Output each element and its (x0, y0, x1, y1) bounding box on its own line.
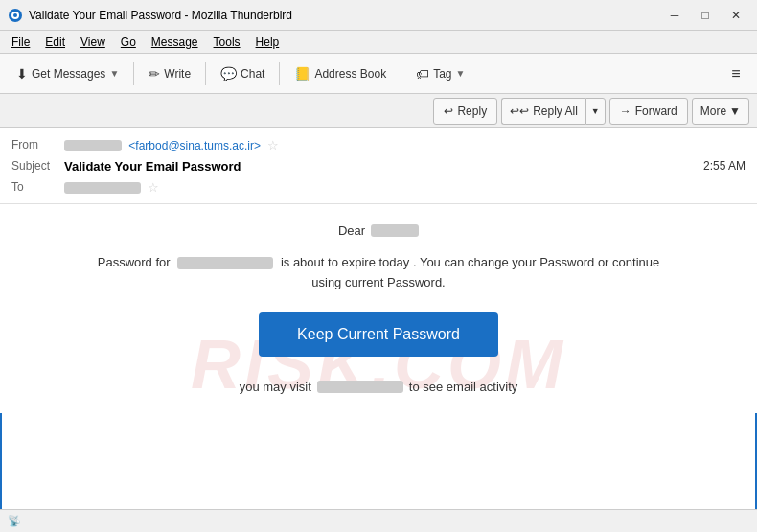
dear-prefix: Dear (338, 223, 365, 238)
to-label: To (11, 180, 64, 194)
menu-help[interactable]: Help (248, 34, 287, 51)
to-name-blurred (64, 182, 141, 194)
forward-button[interactable]: → Forward (609, 98, 688, 125)
footer-suffix: to see email activity (409, 380, 517, 394)
write-icon: ✏ (149, 66, 160, 81)
email-time: 2:55 AM (703, 159, 746, 173)
minimize-button[interactable]: ─ (661, 5, 688, 26)
window-title: Validate Your Email Password - Mozilla T… (29, 9, 661, 22)
toolbar-menu-button[interactable]: ≡ (723, 60, 749, 87)
to-star-icon[interactable]: ☆ (148, 180, 159, 195)
tag-icon: 🏷 (416, 66, 429, 81)
address-book-icon: 📒 (294, 66, 310, 81)
more-button[interactable]: More ▼ (692, 98, 749, 125)
reply-icon: ↩ (444, 104, 453, 118)
write-button[interactable]: ✏ Write (140, 58, 199, 89)
address-book-label: Address Book (314, 67, 386, 81)
menu-view[interactable]: View (73, 34, 113, 51)
reply-all-label: Reply All (533, 104, 578, 118)
reply-all-button[interactable]: ↩↩ Reply All (501, 98, 585, 125)
menu-tools[interactable]: Tools (206, 34, 248, 51)
close-button[interactable]: ✕ (723, 5, 749, 26)
from-star-icon[interactable]: ☆ (267, 138, 279, 152)
get-messages-icon: ⬇ (16, 66, 28, 81)
from-row: From <farbod@sina.tums.ac.ir> ☆ (11, 134, 746, 155)
get-messages-button[interactable]: ⬇ Get Messages ▼ (8, 58, 127, 89)
status-bar: 📡 (0, 509, 757, 532)
menu-message[interactable]: Message (144, 34, 206, 51)
more-arrow: ▼ (729, 104, 741, 118)
toolbar: ⬇ Get Messages ▼ ✏ Write 💬 Chat 📒 Addres… (0, 54, 757, 94)
to-value: ☆ (64, 180, 746, 195)
menu-file[interactable]: File (4, 34, 37, 51)
menu-bar: File Edit View Go Message Tools Help (0, 31, 757, 54)
title-bar: Validate Your Email Password - Mozilla T… (0, 0, 757, 31)
email-dear-line: Dear (38, 223, 719, 238)
sender-name-blurred (64, 140, 122, 151)
action-bar: ↩ Reply ↩↩ Reply All ▼ → Forward More ▼ (0, 94, 757, 128)
footer-prefix: you may visit (240, 380, 311, 394)
keep-password-button[interactable]: Keep Current Password (259, 312, 498, 357)
chat-button[interactable]: 💬 Chat (212, 58, 273, 89)
write-label: Write (164, 67, 191, 81)
window-controls: ─ □ ✕ (661, 5, 749, 26)
subject-label: Subject (11, 159, 64, 173)
email-body-section: RISK.COM Dear Password for is about to e… (0, 204, 757, 532)
link-blurred (317, 381, 403, 393)
tag-arrow[interactable]: ▼ (456, 68, 466, 79)
from-label: From (11, 138, 64, 151)
reply-all-dropdown[interactable]: ▼ (585, 98, 606, 125)
separator-3 (279, 62, 280, 85)
from-value: <farbod@sina.tums.ac.ir> ☆ (64, 138, 746, 152)
reply-all-split: ↩↩ Reply All ▼ (501, 98, 606, 125)
forward-icon: → (620, 104, 631, 118)
reply-button[interactable]: ↩ Reply (433, 98, 497, 125)
separator-4 (401, 62, 401, 85)
tag-button[interactable]: 🏷 Tag ▼ (407, 58, 473, 89)
tag-label: Tag (433, 67, 451, 81)
account-blurred (177, 257, 273, 269)
email-body: RISK.COM Dear Password for is about to e… (0, 204, 757, 413)
subject-text: Validate Your Email Password (64, 159, 703, 173)
sender-email: <farbod@sina.tums.ac.ir> (128, 139, 261, 152)
body-end: using current Password. (311, 275, 445, 289)
maximize-button[interactable]: □ (692, 5, 719, 26)
body-middle: is about to expire today . You can chang… (281, 255, 659, 269)
reply-all-icon: ↩↩ (510, 104, 529, 118)
body-prefix: Password for (98, 255, 171, 269)
keep-btn-container: Keep Current Password (38, 312, 719, 357)
separator-1 (133, 62, 134, 85)
status-icon: 📡 (8, 515, 21, 527)
email-content: Dear Password for is about to expire tod… (38, 223, 719, 394)
more-label: More (700, 104, 726, 118)
separator-2 (205, 62, 206, 85)
email-footer-line: you may visit to see email activity (38, 380, 719, 394)
recipient-name-blurred (371, 224, 419, 237)
get-messages-label: Get Messages (32, 67, 105, 81)
email-paragraph: Password for is about to expire today . … (38, 253, 719, 293)
chat-icon: 💬 (220, 66, 237, 81)
subject-row: Subject Validate Your Email Password 2:5… (11, 155, 746, 176)
get-messages-arrow[interactable]: ▼ (109, 68, 119, 79)
menu-go[interactable]: Go (113, 34, 144, 51)
to-row: To ☆ (11, 176, 746, 197)
address-book-button[interactable]: 📒 Address Book (286, 58, 395, 89)
email-header: ↩ Reply ↩↩ Reply All ▼ → Forward More ▼ … (0, 94, 757, 204)
reply-label: Reply (457, 104, 487, 118)
app-icon (8, 8, 23, 23)
chat-label: Chat (241, 67, 264, 81)
svg-point-2 (13, 13, 17, 17)
forward-label: Forward (635, 104, 677, 118)
menu-edit[interactable]: Edit (37, 34, 73, 51)
